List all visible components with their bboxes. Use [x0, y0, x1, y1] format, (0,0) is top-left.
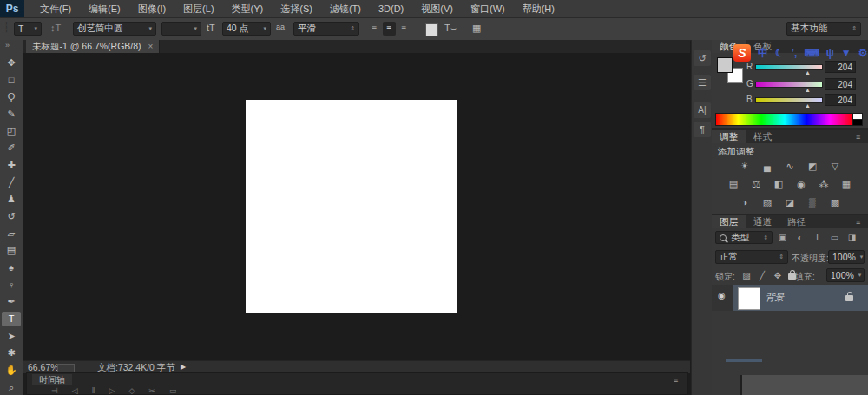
tab-styles[interactable]: 样式 [746, 130, 779, 143]
warp-text-icon[interactable]: T⌣ [444, 23, 457, 34]
clone-stamp-tool[interactable]: ♟ [2, 192, 21, 207]
tab-layers[interactable]: 图层 [712, 215, 746, 228]
brush-tool[interactable]: ╱ [2, 175, 21, 190]
menu-type[interactable]: 类型(Y) [223, 0, 273, 17]
lock-transparent-button[interactable]: ▨ [741, 269, 752, 282]
blue-slider-thumb[interactable]: ▲ [805, 102, 811, 109]
menu-file[interactable]: 文件(F) [31, 0, 80, 17]
blur-tool[interactable]: ♠ [2, 260, 21, 275]
blue-value-field[interactable]: 204 [825, 94, 856, 106]
paragraph-panel-button[interactable]: ¶ [694, 122, 711, 137]
zoom-tool[interactable]: ⌕ [2, 380, 21, 395]
timeline-control-icon[interactable]: ◇ [128, 386, 135, 395]
document-canvas[interactable] [246, 100, 457, 313]
tab-adjustments[interactable]: 调整 [712, 130, 746, 143]
timeline-control-icon[interactable]: ‖ [92, 386, 95, 395]
opacity-field[interactable]: 100% ▾ [828, 250, 865, 264]
anti-alias-select[interactable]: 平滑 ⇕ [293, 22, 359, 36]
menu-view[interactable]: 视图(V) [412, 0, 462, 17]
filter-pixel-icon[interactable]: ▣ [776, 231, 789, 244]
dodge-tool[interactable]: ♀ [2, 278, 21, 293]
lasso-tool[interactable]: Ϙ [2, 89, 21, 104]
status-flyout-arrow-icon[interactable]: ▶ [181, 363, 186, 371]
move-tool[interactable]: ✥ [2, 56, 21, 70]
foreground-color-swatch[interactable] [717, 57, 733, 73]
adj-color-balance-button[interactable]: ⚖ [749, 178, 763, 191]
adj-exposure-button[interactable]: ◩ [806, 160, 819, 173]
timeline-control-icon[interactable]: ◁ [72, 386, 78, 395]
lock-position-button[interactable]: ✥ [773, 269, 783, 282]
properties-panel-button[interactable]: ☰ [694, 75, 711, 90]
menu-window[interactable]: 窗口(W) [462, 0, 514, 17]
history-brush-tool[interactable]: ↺ [2, 209, 21, 224]
mic-icon[interactable]: ψ [826, 47, 834, 59]
adj-posterize-button[interactable]: ▨ [760, 196, 774, 209]
moon-icon[interactable]: ☾ [775, 47, 785, 59]
blue-slider[interactable] [755, 97, 823, 103]
adj-photo-filter-button[interactable]: ◉ [794, 178, 808, 191]
adj-channel-mixer-button[interactable]: ⁂ [817, 178, 831, 191]
lock-pixels-button[interactable]: ╱ [757, 269, 767, 282]
menu-image[interactable]: 图像(I) [129, 0, 174, 17]
red-value-field[interactable]: 204 [825, 61, 856, 73]
red-slider-thumb[interactable]: ▲ [805, 69, 811, 76]
tab-paths[interactable]: 路径 [779, 215, 813, 228]
close-icon[interactable]: × [148, 42, 154, 51]
layer-name[interactable]: 背景 [766, 292, 784, 304]
adj-threshold-button[interactable]: ◪ [783, 196, 797, 209]
color-spectrum-bar[interactable] [715, 113, 854, 126]
adjustments-menu-icon[interactable]: ≡ [856, 133, 859, 142]
filter-type-icon[interactable]: T [811, 231, 824, 244]
workspace-select[interactable]: 基本功能 ⇕ [786, 22, 861, 36]
adj-color-lookup-button[interactable]: ▦ [839, 178, 853, 191]
history-panel-button[interactable]: ↺ [694, 50, 711, 66]
spectrum-black-chip[interactable] [852, 119, 863, 126]
green-slider[interactable] [755, 82, 823, 88]
align-right-button[interactable]: ≡ [398, 22, 411, 36]
text-color-swatch[interactable] [425, 23, 438, 36]
filter-smart-object-icon[interactable]: ◨ [845, 231, 858, 244]
red-slider[interactable] [755, 64, 823, 70]
font-size-select[interactable]: 40 点 ▾ [222, 22, 271, 36]
timeline-control-icon[interactable]: ✂ [148, 386, 155, 395]
hand-tool[interactable]: ✋ [2, 363, 21, 378]
path-selection-tool[interactable]: ➤ [2, 329, 21, 344]
menu-edit[interactable]: 编辑(E) [80, 0, 129, 17]
filter-adjustment-icon[interactable]: ◐ [793, 231, 806, 244]
toggle-panels-icon[interactable]: ▦ [472, 23, 481, 34]
menu-3d[interactable]: 3D(D) [370, 0, 412, 17]
type-tool[interactable]: T [2, 312, 21, 326]
align-left-button[interactable]: ≡ [368, 22, 381, 36]
menu-help[interactable]: 帮助(H) [514, 0, 563, 17]
font-style-select[interactable]: - ▾ [161, 22, 201, 36]
eraser-tool[interactable]: ▱ [2, 227, 21, 241]
tab-channels[interactable]: 通道 [746, 215, 779, 228]
type-tool-preset-button[interactable]: T ▾ [14, 22, 42, 36]
menu-select[interactable]: 选择(S) [272, 0, 321, 17]
adj-levels-button[interactable]: ▄ [760, 160, 774, 173]
font-family-select[interactable]: 创艺简中圆 ▾ [73, 22, 156, 36]
marquee-tool[interactable]: □ [2, 73, 21, 88]
filter-shape-icon[interactable]: ▭ [828, 231, 841, 244]
green-slider-thumb[interactable]: ▲ [805, 87, 811, 93]
eye-icon[interactable]: ◉ [718, 291, 726, 300]
quick-selection-tool[interactable]: ✎ [2, 107, 21, 122]
timeline-control-icon[interactable]: ▷ [108, 386, 115, 395]
crop-tool[interactable]: ◰ [2, 124, 21, 139]
timeline-control-icon[interactable]: ▭ [169, 386, 177, 395]
adj-black-white-button[interactable]: ◧ [772, 178, 786, 191]
layer-thumbnail[interactable] [738, 287, 760, 310]
adj-brightness-contrast-button[interactable]: ☀ [738, 160, 752, 173]
menu-filter[interactable]: 滤镜(T) [321, 0, 370, 17]
timeline-tab[interactable]: 时间轴 [32, 374, 72, 385]
adj-hue-saturation-button[interactable]: ▤ [727, 178, 740, 191]
blend-mode-select[interactable]: 正常 ⇕ [715, 250, 788, 264]
zoom-level-field[interactable]: 66.67% [28, 362, 59, 372]
skin-icon[interactable]: ▼ [841, 47, 852, 59]
toolbox-overflow-icon[interactable]: » [5, 41, 10, 49]
adj-selective-color-button[interactable]: ▩ [828, 196, 842, 209]
layer-filter-select[interactable]: 类型 ⇕ [715, 231, 773, 244]
healing-brush-tool[interactable]: ✚ [2, 158, 21, 173]
chinese-mode-icon[interactable]: 中 [758, 46, 768, 61]
custom-shape-tool[interactable]: ✱ [2, 346, 21, 360]
